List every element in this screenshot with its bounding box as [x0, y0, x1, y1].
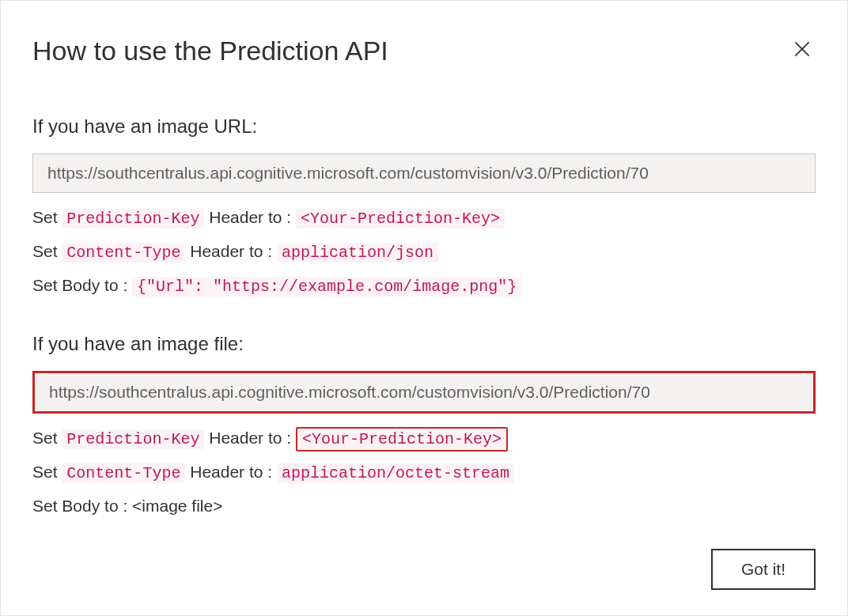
instruction-text: Set — [32, 242, 62, 260]
code-content-type-header: Content-Type — [62, 463, 185, 483]
instruction-text: Set — [32, 429, 62, 447]
code-content-type-value: application/octet-stream — [277, 463, 514, 483]
code-prediction-key-value: <Your-Prediction-Key> — [296, 209, 505, 229]
got-it-button[interactable]: Got it! — [711, 549, 816, 590]
instruction-text: Set — [32, 208, 62, 226]
prediction-api-dialog: How to use the Prediction API If you hav… — [0, 0, 848, 616]
dialog-header: How to use the Prediction API — [32, 36, 816, 66]
image-file-endpoint-box[interactable]: https://southcentralus.api.cognitive.mic… — [32, 371, 816, 414]
url-instruction-prediction-key: Set Prediction-Key Header to : <Your-Pre… — [32, 204, 816, 232]
instruction-text: Header to : — [185, 242, 277, 260]
code-content-type-value: application/json — [277, 243, 438, 263]
url-instruction-content-type: Set Content-Type Header to : application… — [32, 238, 816, 266]
code-prediction-key-header: Prediction-Key — [62, 209, 204, 229]
image-url-endpoint-box[interactable]: https://southcentralus.api.cognitive.mic… — [32, 153, 816, 193]
code-body-value: {"Url": "https://example.com/image.png"} — [132, 277, 521, 297]
code-prediction-key-header: Prediction-Key — [62, 429, 204, 449]
dialog-title: How to use the Prediction API — [32, 36, 388, 66]
image-file-section: If you have an image file: https://south… — [32, 333, 816, 520]
close-button[interactable] — [789, 36, 816, 62]
body-value: <image file> — [132, 497, 222, 515]
instruction-text: Header to : — [204, 208, 296, 226]
dialog-footer: Got it! — [711, 549, 816, 590]
code-prediction-key-value: <Your-Prediction-Key> — [296, 427, 508, 452]
instruction-text: Set — [32, 463, 62, 481]
file-instruction-content-type: Set Content-Type Header to : application… — [32, 459, 816, 486]
image-url-section: If you have an image URL: https://southc… — [32, 115, 816, 300]
instruction-text: Set Body to : — [32, 497, 132, 515]
instruction-text: Header to : — [204, 429, 296, 447]
close-icon — [792, 39, 812, 59]
code-content-type-header: Content-Type — [62, 243, 185, 263]
image-url-heading: If you have an image URL: — [32, 115, 816, 138]
instruction-text: Header to : — [185, 463, 277, 481]
url-instruction-body: Set Body to : {"Url": "https://example.c… — [32, 272, 816, 300]
instruction-text: Set Body to : — [32, 276, 132, 294]
image-file-heading: If you have an image file: — [32, 333, 816, 355]
file-instruction-prediction-key: Set Prediction-Key Header to : <Your-Pre… — [32, 425, 816, 452]
file-instruction-body: Set Body to : <image file> — [32, 493, 816, 520]
